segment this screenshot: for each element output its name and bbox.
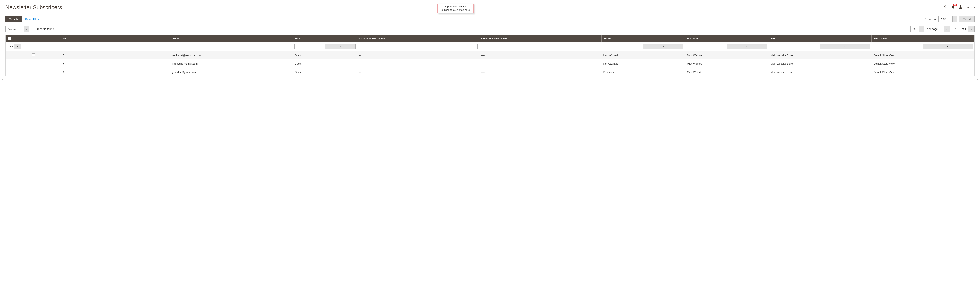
search-icon[interactable]: [944, 5, 948, 10]
chevron-down-icon: [820, 44, 870, 49]
of-pages-label: of 1: [962, 27, 966, 30]
cell-email: roni_cost@example.com: [170, 51, 293, 59]
chevron-down-icon: [643, 44, 683, 49]
subscribers-table: ▼ ID ↑ Email Type Customer First Name Cu…: [5, 35, 975, 76]
callout-line-1: Imported newsletter: [442, 5, 470, 8]
reset-filter-link[interactable]: Reset Filter: [25, 18, 39, 21]
row-checkbox[interactable]: [32, 70, 35, 73]
cell-store: Main Website Store: [768, 51, 872, 59]
col-header-website[interactable]: Web Site: [685, 35, 769, 42]
cell-status: Unconfirmed: [601, 51, 685, 59]
cell-id: 6: [61, 59, 170, 68]
cell-last-name: ----: [479, 59, 601, 68]
callout-line-2: subscribers enlisted here: [442, 8, 470, 12]
table-row[interactable]: 6 jimmydoe@gmail.com Guest ---- ---- Not…: [6, 59, 975, 68]
chevron-down-icon: [325, 44, 355, 49]
actions-select-value: Actions: [8, 28, 22, 30]
cell-first-name: ----: [357, 59, 479, 68]
per-page-value: 20: [913, 28, 917, 30]
col-header-store[interactable]: Store: [768, 35, 872, 42]
col-header-email[interactable]: Email: [170, 35, 293, 42]
col-header-checkbox[interactable]: ▼: [6, 35, 61, 42]
cell-first-name: ----: [357, 68, 479, 76]
filter-website-select[interactable]: [687, 44, 767, 49]
cell-email: jimmydoe@gmail.com: [170, 59, 293, 68]
cell-last-name: ----: [479, 68, 601, 76]
page-title: Newsletter Subscribers: [5, 4, 62, 11]
cell-type: Guest: [293, 51, 357, 59]
cell-type: Guest: [293, 68, 357, 76]
chevron-down-icon: [919, 26, 924, 32]
cell-status: Subscribed: [601, 68, 685, 76]
cell-id: 5: [61, 68, 170, 76]
filter-type-select[interactable]: [294, 44, 356, 49]
cell-store-view: Default Store View: [872, 68, 974, 76]
records-found-label: 3 records found: [35, 27, 54, 30]
toolbar-right: Export to: CSV Export: [925, 16, 975, 22]
table-row[interactable]: 5 johndoe@gmail.com Guest ---- ---- Subs…: [6, 68, 975, 76]
grid-controls: Actions 3 records found 20 per page ‹ of…: [5, 26, 975, 32]
page-frame: Imported newsletter subscribers enlisted…: [2, 2, 978, 80]
export-button[interactable]: Export: [959, 16, 975, 22]
cell-store: Main Website Store: [768, 68, 872, 76]
cell-id: 7: [61, 51, 170, 59]
export-format-select[interactable]: CSV: [939, 16, 957, 22]
col-header-type[interactable]: Type: [293, 35, 357, 42]
per-page-select[interactable]: 20: [910, 26, 924, 32]
filter-store-select[interactable]: [770, 44, 870, 49]
search-button[interactable]: Search: [5, 16, 22, 22]
col-header-store-view[interactable]: Store View: [872, 35, 974, 42]
notification-badge: 39: [953, 4, 957, 6]
cell-store: Main Website Store: [768, 59, 872, 68]
header-row: Newsletter Subscribers 39 admin: [5, 4, 975, 11]
col-header-last-name[interactable]: Customer Last Name: [479, 35, 601, 42]
cell-website: Main Website: [685, 59, 769, 68]
top-right-actions: 39 admin: [944, 5, 975, 10]
grid-controls-left: Actions 3 records found: [5, 26, 54, 32]
filter-last-name-input[interactable]: [481, 44, 600, 49]
toolbar-left: Search Reset Filter: [5, 16, 39, 22]
col-header-first-name[interactable]: Customer First Name: [357, 35, 479, 42]
filter-first-name-input[interactable]: [359, 44, 478, 49]
col-header-status[interactable]: Status: [601, 35, 685, 42]
cell-last-name: ----: [479, 51, 601, 59]
chevron-down-icon: [24, 26, 29, 32]
prev-page-button[interactable]: ‹: [944, 26, 950, 32]
cell-website: Main Website: [685, 51, 769, 59]
filter-row: Any: [6, 42, 975, 51]
filter-id-input[interactable]: [63, 44, 169, 49]
filter-store-view-select[interactable]: [873, 44, 973, 49]
filter-checkbox-any[interactable]: Any: [7, 44, 21, 49]
chevron-down-icon: [923, 44, 972, 49]
table-row[interactable]: 7 roni_cost@example.com Guest ---- ---- …: [6, 51, 975, 59]
cell-type: Guest: [293, 59, 357, 68]
cell-store-view: Default Store View: [872, 59, 974, 68]
chevron-down-icon: [952, 16, 957, 22]
filter-email-input[interactable]: [172, 44, 291, 49]
cell-store-view: Default Store View: [872, 51, 974, 59]
sort-asc-icon: ↑: [167, 37, 169, 39]
row-checkbox[interactable]: [32, 53, 35, 56]
cell-first-name: ----: [357, 51, 479, 59]
filter-status-select[interactable]: [603, 44, 684, 49]
cell-website: Main Website: [685, 68, 769, 76]
chevron-down-icon: [14, 44, 21, 49]
notifications-icon[interactable]: 39: [951, 5, 955, 10]
row-checkbox[interactable]: [32, 62, 35, 65]
cell-status: Not Activated: [601, 59, 685, 68]
page-input[interactable]: [952, 26, 960, 32]
grid-controls-right: 20 per page ‹ of 1 ›: [910, 26, 975, 32]
admin-menu[interactable]: admin: [966, 6, 975, 9]
toolbar: Search Reset Filter Export to: CSV Expor…: [5, 16, 975, 22]
callout-box: Imported newsletter subscribers enlisted…: [438, 3, 474, 13]
next-page-button[interactable]: ›: [968, 26, 975, 32]
export-to-label: Export to:: [925, 18, 937, 21]
actions-select[interactable]: Actions: [5, 26, 29, 32]
cell-email: johndoe@gmail.com: [170, 68, 293, 76]
chevron-down-icon: [727, 44, 767, 49]
user-icon[interactable]: [959, 5, 963, 10]
per-page-label: per page: [927, 27, 938, 30]
col-header-id[interactable]: ID ↑: [61, 35, 170, 42]
export-format-value: CSV: [940, 18, 950, 21]
